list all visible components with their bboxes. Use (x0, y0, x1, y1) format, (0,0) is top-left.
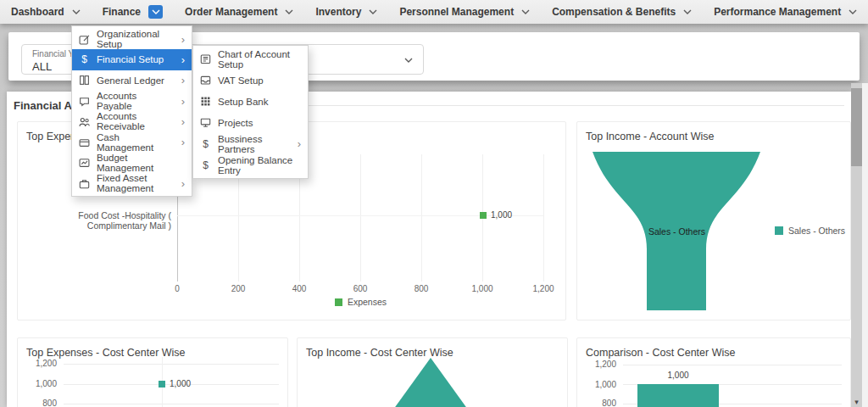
card-lines-icon (200, 53, 211, 64)
menu-item-label: Organizational Setup (97, 29, 175, 49)
finance-dropdown-menu: Organizational Setup › $ Financial Setup… (71, 25, 192, 197)
nav-label-personnel-management: Personnel Management (399, 6, 514, 18)
nav-item-finance[interactable]: Finance (92, 0, 174, 24)
chevron-right-icon: › (181, 137, 185, 148)
chart-title: Comparison - Cost Center Wise (586, 347, 735, 359)
funnel-chart[interactable] (577, 122, 851, 321)
gridline (623, 365, 842, 365)
submenu-item-setup-bank[interactable]: Setup Bank (193, 91, 308, 112)
y-tick: 1,000 (577, 380, 616, 389)
people-icon (79, 116, 90, 127)
submenu-item-chart-of-account-setup[interactable]: Chart of Account Setup (193, 48, 308, 70)
menu-item-label: General Ledger (97, 75, 164, 86)
vertical-scrollbar[interactable]: ▾ (851, 83, 862, 407)
nav-item-performance-management[interactable]: Performance Management (703, 0, 868, 24)
nav-item-order-management[interactable]: Order Management (174, 0, 304, 24)
chart-card-top-income-account: Top Income - Account Wise Sales - Others… (576, 121, 851, 321)
gridline (421, 154, 422, 282)
data-point-label: 1,000 (170, 379, 191, 388)
y-tick: 1,200 (18, 359, 57, 368)
chevron-down-icon (369, 9, 377, 14)
y-tick: 800 (577, 399, 616, 407)
menu-item-accounts-payable[interactable]: Accounts Payable › (72, 91, 192, 111)
nav-label-inventory: Inventory (315, 6, 361, 18)
nav-item-dashboard[interactable]: Dashboard (0, 0, 92, 24)
bar-segment[interactable] (637, 384, 719, 407)
submenu-item-projects[interactable]: Projects (193, 112, 308, 133)
bar-value-label: 1,000 (637, 371, 719, 380)
cash-icon (79, 137, 90, 148)
category-label: Food Cost -Hospitality ( Complimentary M… (18, 210, 171, 231)
x-tick: 200 (220, 284, 257, 293)
chevron-right-icon: › (181, 54, 185, 65)
dollar-icon: $ (79, 53, 90, 65)
nav-item-compensation-benefits[interactable]: Compensation & Benefits (541, 0, 703, 24)
x-tick: 1,000 (464, 284, 501, 293)
financial-year-value: ALL (32, 60, 52, 73)
monitor-icon (200, 117, 211, 128)
chevron-right-icon: › (181, 96, 185, 107)
chevron-right-icon: › (181, 178, 185, 189)
pyramid-chart[interactable] (298, 338, 568, 407)
dollar-icon: $ (200, 159, 211, 171)
chevron-right-icon: › (181, 116, 185, 127)
nav-label-order-management: Order Management (185, 6, 277, 18)
menu-item-cash-management[interactable]: Cash Management › (72, 131, 192, 152)
y-tick: 800 (18, 399, 57, 407)
menu-item-organizational-setup[interactable]: Organizational Setup › (72, 29, 192, 49)
menu-item-budget-management[interactable]: Budget Management (72, 153, 192, 173)
x-tick: 1,200 (525, 284, 562, 293)
scroll-down-arrow-icon[interactable]: ▾ (851, 398, 862, 406)
submenu-item-vat-setup[interactable]: VAT Setup (193, 70, 308, 91)
finance-dropdown-button[interactable] (148, 5, 163, 19)
nav-item-inventory[interactable]: Inventory (304, 0, 388, 24)
data-point-marker[interactable] (159, 381, 165, 387)
chart-legend[interactable]: Expenses (177, 297, 544, 307)
x-tick: 600 (342, 284, 379, 293)
scrollbar-thumb[interactable] (851, 88, 862, 166)
x-tick: 400 (281, 284, 318, 293)
menu-item-financial-setup[interactable]: $ Financial Setup › (72, 49, 192, 70)
menu-item-label: Fixed Asset Management (97, 173, 175, 193)
funnel-segment-label: Sales - Others (620, 226, 734, 237)
briefcase-icon (79, 178, 90, 189)
chevron-right-icon: › (298, 138, 301, 149)
menu-item-fixed-asset-management[interactable]: Fixed Asset Management › (72, 173, 192, 193)
chart-legend[interactable]: Sales - Others (775, 226, 845, 236)
nav-label-compensation-benefits: Compensation & Benefits (552, 6, 676, 18)
legend-swatch-expenses (335, 298, 342, 306)
menu-item-accounts-receivable[interactable]: Accounts Receivable › (72, 111, 192, 131)
chart-card-comparison-cost-center: Comparison - Cost Center Wise 1,200 1,00… (576, 337, 851, 407)
x-tick: 800 (403, 284, 440, 293)
gridline (360, 154, 361, 282)
chart-card-top-expenses-cost-center: Top Expenses - Cost Center Wise 1,200 1,… (17, 337, 288, 407)
chevron-right-icon: › (181, 34, 185, 45)
form-pencil-icon (79, 34, 90, 45)
submenu-item-label: VAT Setup (218, 75, 264, 86)
submenu-item-label: Opening Balance Entry (218, 155, 301, 176)
app-screen: Dashboard Finance Order Management Inven… (0, 0, 868, 407)
menu-item-label: Budget Management (97, 153, 185, 173)
gridline (177, 215, 544, 216)
submenu-item-bussiness-partners[interactable]: $ Bussiness Partners › (193, 133, 308, 154)
y-tick: 1,000 (18, 379, 57, 388)
inbox-icon (200, 75, 211, 86)
chevron-down-icon (683, 9, 692, 14)
chart-line-icon (79, 157, 90, 168)
menu-item-label: Financial Setup (97, 54, 164, 64)
chevron-down-icon (521, 9, 530, 14)
submenu-item-label: Setup Bank (218, 97, 268, 107)
menu-item-label: Accounts Payable (97, 91, 175, 111)
data-point-label: 1,000 (491, 210, 512, 220)
submenu-item-opening-balance-entry[interactable]: $ Opening Balance Entry (193, 154, 308, 176)
grid-icon (200, 96, 211, 107)
financial-setup-submenu: Chart of Account Setup VAT Setup Setup B… (192, 45, 309, 179)
chevron-right-icon: › (181, 75, 185, 86)
data-point-marker[interactable] (480, 212, 487, 219)
chevron-down-icon (72, 9, 81, 14)
top-navigation: Dashboard Finance Order Management Inven… (0, 0, 868, 24)
page-edge (862, 83, 868, 407)
nav-item-personnel-management[interactable]: Personnel Management (388, 0, 541, 24)
menu-item-general-ledger[interactable]: General Ledger › (72, 70, 192, 91)
x-tick: 0 (159, 284, 196, 293)
